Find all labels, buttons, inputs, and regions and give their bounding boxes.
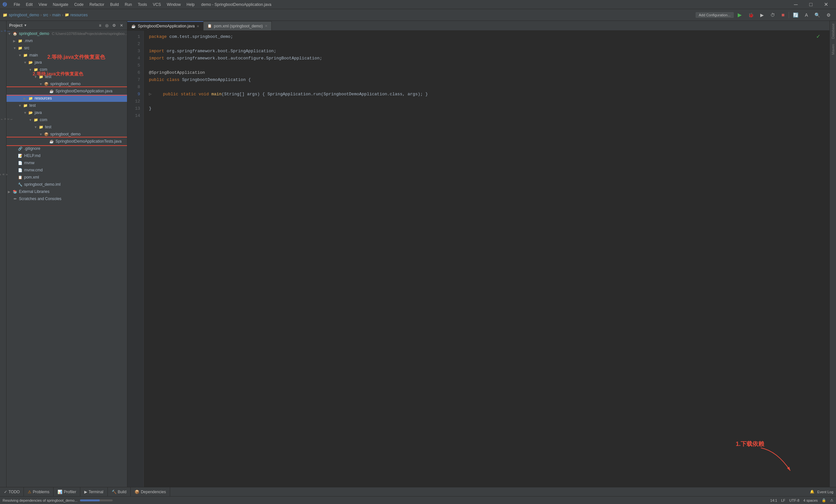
breadcrumb-resources[interactable]: resources	[71, 13, 88, 17]
maven-label[interactable]: Maven	[831, 41, 836, 57]
bottom-tab-dependencies[interactable]: 📦 Dependencies	[131, 487, 170, 496]
bottom-tab-problems[interactable]: ⚠ Problems	[24, 487, 54, 496]
run-with-coverage-button[interactable]: ▶	[758, 12, 766, 19]
settings-button[interactable]: ⚙	[824, 12, 833, 19]
tree-item-src[interactable]: ▼ 📁 src	[6, 44, 127, 52]
tree-item-test-src[interactable]: ▼ 📁 test	[6, 102, 127, 109]
menu-vcs[interactable]: VCS	[150, 2, 164, 7]
tree-item-mvn[interactable]: ▶ 📁 .mvn	[6, 37, 127, 44]
status-line-separator[interactable]: LF	[781, 499, 785, 502]
tab-springboot-demo-application[interactable]: ☕ SpringbootDemoApplication.java ✕	[127, 21, 204, 31]
tree-item-test2[interactable]: ▼ 📁 test	[6, 123, 127, 131]
breadcrumb-main[interactable]: main	[52, 13, 61, 17]
tree-item-iml[interactable]: ▼ 🔧 springboot_demo.iml	[6, 181, 127, 188]
problems-label: Problems	[33, 490, 49, 494]
favorites-icon[interactable]: Fav	[0, 164, 6, 184]
status-indent[interactable]: 4 spaces	[803, 499, 818, 502]
build-icon: 🔨	[112, 490, 117, 494]
editor[interactable]: 1 2 3 4 5 6 7 8 9 12 13 14 package com.t…	[127, 31, 830, 487]
breadcrumb-springboot-demo[interactable]: springboot_demo	[9, 13, 39, 17]
titlebar: 🅙 File Edit View Navigate Code Refactor …	[0, 0, 836, 9]
stop-button[interactable]: ■	[779, 11, 787, 19]
line-num-6: 6	[127, 69, 144, 76]
tree-item-root[interactable]: ▼ 🏠 springboot_demo C:\Users\10765\IdeaP…	[6, 30, 127, 37]
tree-item-java[interactable]: ▼ 📂 java	[6, 59, 127, 66]
tab-close-pom[interactable]: ✕	[265, 24, 267, 28]
scratches-icon: ✏	[13, 196, 18, 201]
tree-item-com2[interactable]: ▼ 📁 com	[6, 116, 127, 123]
tree-item-ext-libs[interactable]: ▶ 📚 External Libraries	[6, 188, 127, 195]
test2-label: test	[45, 125, 51, 129]
menu-run[interactable]: Run	[122, 2, 135, 7]
tree-item-help[interactable]: ▼ 📝 HELP.md	[6, 152, 127, 159]
tree-item-pkg[interactable]: ▼ 📦 springboot_demo	[6, 80, 127, 88]
main-label: main	[30, 53, 38, 57]
menu-navigate[interactable]: Navigate	[50, 2, 71, 7]
menu-tools[interactable]: Tools	[135, 2, 150, 7]
tree-item-mvnw[interactable]: ▼ 📄 mvnw	[6, 159, 127, 167]
sync-button[interactable]: 🔄	[790, 12, 801, 19]
panel-dropdown-icon[interactable]: ▼	[24, 23, 27, 27]
run-button[interactable]: ▶	[735, 11, 744, 19]
translate-button[interactable]: A	[802, 12, 811, 19]
database-label[interactable]: Database	[831, 21, 836, 41]
search-everywhere-button[interactable]: 🔍	[812, 12, 823, 19]
menu-help[interactable]: Help	[184, 2, 197, 7]
tab-bar: ☕ SpringbootDemoApplication.java ✕ 📋 pom…	[127, 21, 830, 31]
scratches-label: Scratches and Consoles	[19, 196, 61, 201]
tree-item-scratches[interactable]: ▼ ✏ Scratches and Consoles	[6, 195, 127, 202]
terminal-icon: ▶	[84, 490, 87, 494]
line-num-2: 2	[127, 40, 144, 48]
debug-button[interactable]: 🐞	[745, 12, 756, 19]
tree-item-pkg2[interactable]: ▼ 📦 springboot_demo	[6, 131, 127, 138]
build-label: Build	[118, 490, 127, 494]
tree-item-java2[interactable]: ▼ 📂 java	[6, 109, 127, 116]
bottom-tab-build[interactable]: 🔨 Build	[108, 487, 131, 496]
tree-item-test-class[interactable]: ▼ ☕ SpringbootDemoApplicationTests.java	[6, 138, 127, 145]
menu-build[interactable]: Build	[108, 2, 121, 7]
tree-item-mvnw-cmd[interactable]: ▼ 📄 mvnw.cmd	[6, 167, 127, 174]
close-panel-button[interactable]: ✕	[118, 22, 125, 28]
tree-item-main[interactable]: ▼ 📁 main	[6, 52, 127, 59]
menu-edit[interactable]: Edit	[23, 2, 35, 7]
collapse-all-button[interactable]: ≡	[98, 22, 102, 28]
project-icon[interactable]: Proj	[0, 21, 6, 40]
minimize-button[interactable]: ─	[788, 0, 803, 9]
tree-item-test1[interactable]: ▼ 📁 test	[6, 73, 127, 80]
maximize-button[interactable]: □	[803, 0, 818, 9]
status-warnings-icon: ⚠	[830, 498, 833, 502]
com2-arrow: ▼	[29, 118, 33, 122]
menu-code[interactable]: Code	[72, 2, 86, 7]
code-content[interactable]: package com.test.springboot_demo; import…	[144, 31, 830, 487]
gear-button[interactable]: ⚙	[111, 22, 117, 28]
tab-close-main[interactable]: ✕	[196, 24, 199, 28]
tree-item-resources[interactable]: ▶ 📁 resources	[6, 95, 127, 102]
structure-icon[interactable]: Struct	[0, 106, 6, 132]
resources-label: resources	[35, 96, 52, 100]
bottom-tab-todo[interactable]: ✓ TODO	[0, 487, 24, 496]
close-button[interactable]: ✕	[818, 0, 833, 9]
tab-pom-xml[interactable]: 📋 pom.xml (springboot_demo) ✕	[204, 21, 271, 31]
line-num-7: 7	[127, 76, 144, 83]
tree-item-gitignore[interactable]: ▼ 🔗 .gitignore	[6, 145, 127, 152]
status-position[interactable]: 14:1	[771, 499, 777, 502]
menu-refactor[interactable]: Refactor	[87, 2, 107, 7]
tree-item-main-class[interactable]: ▼ ☕ SpringbootDemoApplication.java	[6, 88, 127, 95]
bottom-tab-profiler[interactable]: 📊 Profiler	[54, 487, 80, 496]
event-log-label[interactable]: Event Log	[817, 490, 833, 494]
breadcrumb-src[interactable]: src	[43, 13, 48, 17]
mvn-icon: 📁	[18, 38, 23, 43]
add-config-button[interactable]: Add Configuration...	[696, 12, 734, 18]
menu-file[interactable]: File	[11, 2, 22, 7]
locate-file-button[interactable]: ◎	[104, 22, 110, 28]
menu-window[interactable]: Window	[164, 2, 184, 7]
line-num-9: 9	[127, 91, 144, 98]
status-encoding[interactable]: UTF-8	[789, 499, 799, 502]
profile-button[interactable]: ⏱	[768, 12, 778, 19]
bottom-tab-terminal[interactable]: ▶ Terminal	[80, 487, 108, 496]
menu-view[interactable]: View	[36, 2, 50, 7]
tree-item-pom[interactable]: ▼ 📋 pom.xml	[6, 174, 127, 181]
tree-item-com[interactable]: ▼ 📁 com	[6, 66, 127, 73]
com2-label: com	[40, 117, 48, 122]
help-icon: 📝	[18, 153, 23, 158]
